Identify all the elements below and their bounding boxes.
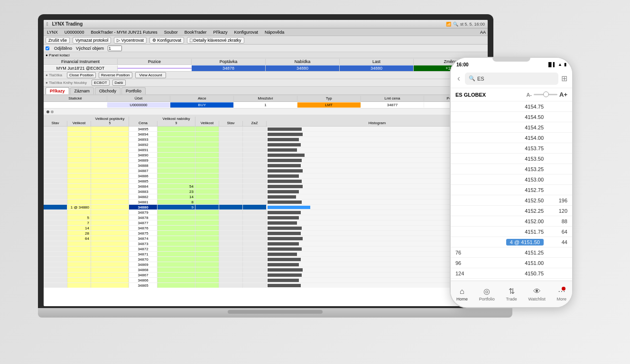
depth-row[interactable]: 34891: [44, 147, 488, 153]
panel-kotaci-label: ● Panel kotací: [44, 53, 72, 57]
tab-portfolio[interactable]: Portfolio: [121, 87, 146, 94]
depth-row[interactable]: 2834875: [44, 231, 488, 236]
nav-watchlist[interactable]: 👁 Watchlist: [528, 287, 546, 301]
tab-prikazy[interactable]: Příkazy: [46, 87, 69, 94]
menu-konfigurovat[interactable]: Konfigurovat: [233, 29, 260, 35]
menu-prikazy[interactable]: Příkazy: [212, 29, 229, 35]
volume-input[interactable]: [108, 46, 122, 51]
depth-row[interactable]: 34872: [44, 246, 488, 252]
depth-row[interactable]: 34886: [44, 173, 488, 179]
tabs-row: Příkazy Záznam Obchody Portfolio: [44, 87, 488, 95]
reverse-position-button[interactable]: Reverse Position: [99, 72, 132, 78]
phone-depth-list-row[interactable]: 4154.00: [451, 133, 572, 143]
menu-booktrader[interactable]: BookTrader: [183, 29, 208, 35]
depth-row[interactable]: 3488214: [44, 194, 488, 200]
unlocked-checkbox[interactable]: [46, 46, 49, 50]
phone-depth-list-row[interactable]: 4154.50: [451, 112, 572, 122]
phone-depth-list-row[interactable]: 4152.50196: [451, 195, 572, 206]
menu-lynx[interactable]: LYNX: [46, 29, 59, 35]
dots-row: [44, 109, 488, 115]
phone-depth-list-row[interactable]: 4153.00: [451, 174, 572, 185]
depth-row[interactable]: 34885: [44, 179, 488, 184]
search-box[interactable]: 🔍 ES: [465, 73, 558, 85]
depth-row[interactable]: 3488323: [44, 189, 488, 194]
depth-row[interactable]: 34865: [44, 283, 488, 288]
calculator-icon[interactable]: ⊞: [561, 74, 567, 83]
phone-depth-list-row[interactable]: 4152.0088: [451, 216, 572, 227]
phone-depth-list-row[interactable]: 4 @ 4151.5044: [451, 237, 572, 247]
phone-depth-list-row[interactable]: 4152.75: [451, 185, 572, 195]
menu-account-id: U0000000: [63, 29, 86, 35]
tab-zaznam[interactable]: Záznam: [70, 87, 94, 94]
back-button[interactable]: ‹: [455, 73, 462, 83]
phone-depth-list-row[interactable]: 4154.75: [451, 101, 572, 112]
wifi-icon-phone: ▲: [558, 62, 562, 67]
ecbot-button[interactable]: ECBOT: [92, 80, 110, 86]
depth-row[interactable]: 34888: [44, 163, 488, 168]
title-bar-right: 📶 🔍 st 5. 5. 16:00: [446, 22, 485, 27]
nav-more[interactable]: ⋯ More: [557, 287, 567, 301]
nav-trade[interactable]: ⇅ Trade: [506, 287, 517, 301]
phone-depth-list-row[interactable]: 4152.25120: [451, 206, 572, 216]
instrument-header: ES GLOBEX A- A+: [451, 88, 572, 101]
depth-row[interactable]: 1434876: [44, 226, 488, 231]
shortcuts-button[interactable]: ⎕ Detaily klávesové zkratky: [187, 37, 244, 44]
phone-depth-list[interactable]: 4154.754154.504154.254154.004153.754153.…: [451, 101, 572, 281]
font-size-aa: AA: [480, 30, 486, 35]
depth-row[interactable]: 34869: [44, 262, 488, 267]
nav-portfolio[interactable]: ◎ Portfolio: [479, 287, 495, 301]
phone-depth-list-row[interactable]: 964151.00: [451, 258, 572, 268]
center-button[interactable]: ▷ Vycentrovat: [114, 37, 147, 44]
depth-row[interactable]: 34870: [44, 257, 488, 262]
depth-row[interactable]: 34879: [44, 210, 488, 215]
phone-depth-list-row[interactable]: 764151.25: [451, 247, 572, 258]
depth-row[interactable]: 34873: [44, 241, 488, 246]
depth-row[interactable]: 534878: [44, 215, 488, 220]
phone-depth-list-row[interactable]: 4154.25: [451, 122, 572, 133]
font-increase-button[interactable]: A+: [559, 91, 567, 98]
depth-row[interactable]: 3488454: [44, 184, 488, 189]
configure-button[interactable]: ⚙ Konfigurovat: [149, 37, 184, 44]
depth-row[interactable]: 34892: [44, 142, 488, 147]
phone-depth-list-row[interactable]: 4153.75: [451, 143, 572, 154]
depth-row[interactable]: 34871: [44, 252, 488, 257]
nav-home[interactable]: ⌂ Home: [456, 287, 468, 301]
tab-obchody[interactable]: Obchody: [95, 87, 120, 94]
view-account-button[interactable]: View Account: [135, 72, 167, 78]
more-icon-wrap: ⋯: [558, 287, 565, 296]
phone-depth-list-row[interactable]: 4153.50: [451, 154, 572, 164]
depth-row[interactable]: 34895: [44, 127, 488, 132]
depth-row[interactable]: 6434874: [44, 236, 488, 241]
depth-row[interactable]: 1 @ 34880348809: [44, 205, 488, 210]
depth-rows-container[interactable]: 34895 34894 34893 34892 34891 34890 3488…: [44, 127, 488, 288]
font-slider[interactable]: [534, 94, 557, 95]
depth-row[interactable]: 34893: [44, 137, 488, 142]
depth-row[interactable]: 34866: [44, 278, 488, 283]
cancel-all-button[interactable]: Zrušit vše: [46, 37, 70, 44]
phone: 16:00 ▐▌▌ ▲ ▮ ‹ 🔍 ES ⊞: [450, 57, 573, 308]
depth-row[interactable]: 34890: [44, 153, 488, 158]
close-position-button[interactable]: Close Position: [67, 72, 96, 78]
depth-row[interactable]: 348818: [44, 200, 488, 205]
dot-2: [51, 110, 54, 113]
search-value: ES: [477, 76, 484, 82]
instrument-value: MYM Jun18'21 @EC8OT: [44, 65, 118, 71]
phone-outer: 16:00 ▐▌▌ ▲ ▮ ‹ 🔍 ES ⊞: [450, 57, 573, 308]
title-bar-left:  LYNX Trading: [46, 21, 83, 27]
menu-soubor[interactable]: Soubor: [163, 29, 179, 35]
phone-depth-list-row[interactable]: 4153.25: [451, 164, 572, 174]
phone-depth-list-row[interactable]: 1244150.75: [451, 268, 572, 279]
menu-napoveda[interactable]: Nápověda: [263, 29, 286, 35]
depth-row[interactable]: 34887: [44, 168, 488, 173]
phone-depth-list-row[interactable]: 4151.7564: [451, 227, 572, 237]
depth-row[interactable]: 34868: [44, 267, 488, 273]
depth-row[interactable]: 34894: [44, 132, 488, 137]
depth-row[interactable]: 734877: [44, 220, 488, 226]
depth-row[interactable]: 34867: [44, 273, 488, 278]
depth-row[interactable]: 34889: [44, 158, 488, 163]
clear-log-button[interactable]: Vymazat protokol: [73, 37, 111, 44]
title-bar:  LYNX Trading 📶 🔍 st 5. 5. 16:00: [44, 20, 488, 28]
font-decrease-button[interactable]: A-: [526, 92, 532, 98]
kotaci-header: Financial Instrument Pozice Poptávka Nab…: [44, 58, 488, 65]
dalsi-button[interactable]: Další: [112, 80, 126, 86]
